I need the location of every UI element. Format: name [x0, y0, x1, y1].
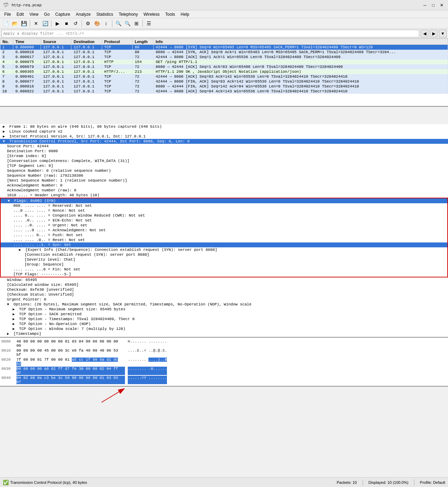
table-row[interactable]: 80.000677127.0.0.1127.0.0.1TCP7242444 → …: [0, 79, 448, 84]
toolbar-colorize[interactable]: 🎨: [93, 19, 101, 28]
tree-tcp-options[interactable]: ▼ Options: (20 bytes), Maximum segment s…: [0, 302, 448, 307]
table-row[interactable]: 30.000017127.0.0.1127.0.0.1TCP7242444 → …: [0, 55, 448, 59]
tree-tcp-stream[interactable]: [Stream index: 0]: [0, 154, 448, 158]
menu-telephony[interactable]: Telephony: [116, 10, 141, 18]
expand-linux-icon[interactable]: ▶: [3, 129, 7, 134]
tree-tcp-urgent[interactable]: Urgent Pointer: 0: [0, 297, 448, 302]
expand-ip-icon[interactable]: ▶: [3, 134, 7, 139]
expand-nop-icon[interactable]: ▶: [13, 322, 17, 326]
tree-opt-wscale[interactable]: ▶ TCP Option - Window scale: 7 (multiply…: [0, 326, 448, 331]
tree-tcp-next-seq[interactable]: [Next Sequence Number: 1 (relative seque…: [0, 178, 448, 183]
table-row[interactable]: 50.000079127.0.0.1127.0.0.1TCP728080 → 4…: [0, 64, 448, 69]
tree-flag-push[interactable]: .... .... 0... = Push: Not set: [1, 233, 447, 238]
tree-tcp-calc-window[interactable]: [Calculated window size: 65495]: [0, 282, 448, 287]
menu-edit[interactable]: Edit: [14, 10, 27, 18]
tree-flag-ack[interactable]: .... ...0 .... = Acknowledgment: Not set: [1, 228, 447, 233]
tree-flag-nonce[interactable]: ...0 .... .... = Nonce: Not set: [1, 208, 447, 213]
tree-flag-fin[interactable]: .... .... ...0 = Fin: Not set: [1, 267, 447, 272]
expand-timestamps-icon[interactable]: ▶: [7, 332, 11, 336]
tree-tcp-seg-len[interactable]: [TCP Segment Len: 0]: [0, 163, 448, 168]
menu-file[interactable]: File: [1, 10, 14, 18]
table-row[interactable]: 90.000816127.0.0.1127.0.0.1TCP728080 → 4…: [0, 84, 448, 89]
tree-flag-ecn[interactable]: .... .0.. .... = ECN-Echo: Not set: [1, 218, 447, 223]
tree-ip[interactable]: ▶ Internet Protocol Version 4, Src: 127.…: [0, 134, 448, 139]
minimize-button[interactable]: ─: [421, 2, 428, 9]
tree-flag-cwr[interactable]: .... 0... .... = Congestion Window Reduc…: [1, 213, 447, 218]
tree-flag-reserved[interactable]: 000. .... .... = Reserved: Not set: [1, 203, 447, 208]
menu-capture[interactable]: Capture: [52, 10, 73, 18]
tree-frame[interactable]: ▶ Frame 1: 80 bytes on wire (640 bits), …: [0, 124, 448, 129]
tree-timestamps[interactable]: ▶ [Timestamps]: [0, 331, 448, 336]
tree-opt-nop[interactable]: ▶ TCP Option - No-Operation (NOP): [0, 322, 448, 326]
tree-opt-timestamps[interactable]: ▶ TCP Option - Timestamps: TSval 3284024…: [0, 317, 448, 322]
tree-tcp[interactable]: ▼ Transmission Control Protocol, Src Por…: [0, 139, 448, 144]
tree-expert-severity[interactable]: [Severity level: Chat]: [1, 257, 447, 262]
tree-tcp-src-port[interactable]: Source Port: 42444: [0, 144, 448, 149]
tree-flag-reset[interactable]: .... .... .0.. = Reset: Not set: [1, 238, 447, 242]
toolbar-autoscroll[interactable]: ↕: [102, 19, 110, 28]
tree-linux[interactable]: ▶ Linux cooked capture v2: [0, 129, 448, 134]
toolbar-reload[interactable]: 🔄: [41, 19, 49, 28]
expand-tcp-icon[interactable]: ▼: [3, 140, 7, 143]
toolbar-new-capture[interactable]: 📄: [1, 19, 10, 28]
tree-tcp-hdr-len[interactable]: 1010 .... = Header Length: 40 bytes (10): [0, 193, 448, 198]
filter-input[interactable]: [1, 30, 419, 37]
toolbar-zoom-out[interactable]: 🔍: [123, 19, 132, 28]
table-row[interactable]: 40.000075127.0.0.1127.0.0.1HTTP154GET /p…: [0, 59, 448, 64]
tree-expert-msg[interactable]: [Connection establish request (SYN): ser…: [1, 252, 447, 257]
toolbar-packet-list[interactable]: ☰: [145, 19, 153, 28]
menu-analyze[interactable]: Analyze: [73, 10, 94, 18]
menu-view[interactable]: View: [27, 10, 41, 18]
toolbar-open[interactable]: 📂: [10, 19, 19, 28]
packet-tree[interactable]: ▶ Frame 1: 80 bytes on wire (640 bits), …: [0, 124, 448, 338]
filter-menu-button[interactable]: ▼: [439, 30, 447, 37]
menu-go[interactable]: Go: [41, 10, 52, 18]
tree-flags[interactable]: ▼ Flags: 0x002 (SYN): [1, 198, 447, 203]
expand-options-icon[interactable]: ▼: [7, 303, 11, 306]
expand-expert-icon[interactable]: ▶: [19, 248, 23, 252]
menu-help[interactable]: Help: [178, 10, 192, 18]
table-row[interactable]: 20.000010127.0.0.1127.0.0.1TCP808080 → 4…: [0, 50, 448, 55]
tree-flag-urgent[interactable]: .... ..0. .... = Urgent: Not set: [1, 223, 447, 228]
tree-tcp-conv[interactable]: [Conversation completeness: Complete, WI…: [0, 158, 448, 163]
toolbar-zoom-in[interactable]: 🔍: [114, 19, 122, 28]
toolbar-zoom-reset[interactable]: ⊞: [132, 19, 141, 28]
close-button[interactable]: ✕: [438, 2, 445, 9]
toolbar-save[interactable]: 💾: [20, 19, 28, 28]
expand-flags-icon[interactable]: ▼: [8, 199, 12, 203]
filter-prev-button[interactable]: ◀: [421, 30, 428, 37]
toolbar-restart[interactable]: ↺: [71, 19, 80, 28]
tree-tcp-ack-raw[interactable]: Acknowledgment number (raw): 0: [0, 188, 448, 193]
tree-tcp-ack[interactable]: Acknowledgment Number: 0: [0, 183, 448, 188]
menu-wireless[interactable]: Wireless: [141, 10, 162, 18]
tree-flag-syn[interactable]: .... .... ..1. = Syn: Set: [1, 242, 447, 247]
table-row[interactable]: 70.000401127.0.0.1127.0.0.1TCP7242444 → …: [0, 74, 448, 79]
toolbar-start[interactable]: ▶: [53, 19, 62, 28]
expand-ts-icon[interactable]: ▶: [13, 317, 17, 321]
filter-next-button[interactable]: ▶: [430, 30, 438, 37]
tree-tcp-seq[interactable]: Sequence Number: 0 (relative sequence nu…: [0, 168, 448, 173]
packet-list[interactable]: No. Time Source Destination Protocol Len…: [0, 38, 448, 107]
menu-statistics[interactable]: Statistics: [93, 10, 116, 18]
expand-wscale-icon[interactable]: ▶: [13, 327, 17, 331]
toolbar-stop[interactable]: ■: [62, 19, 71, 28]
table-row[interactable]: 60.000365127.0.0.1127.0.0.1HTTP/J...213H…: [0, 69, 448, 74]
expand-frame-icon[interactable]: ▶: [3, 125, 7, 129]
tree-expert-info[interactable]: ▶ [Expert Info (Chat/Sequence): Connecti…: [1, 247, 447, 252]
tree-tcp-checksum[interactable]: Checksum: 0xfe30 [unverified]: [0, 287, 448, 292]
tree-tcp-seq-raw[interactable]: Sequence Number (raw): 1792138306: [0, 173, 448, 178]
hex-dump[interactable]: 0000 48 00 00 00 00 00 00 01 03 04 00 06…: [0, 338, 448, 387]
tree-tcp-flags-str[interactable]: [TCP Flags: ··········S·]: [1, 272, 447, 277]
table-row[interactable]: 100.000822127.0.0.1127.0.0.1TCP7242444 →…: [0, 89, 448, 94]
expand-mss-icon[interactable]: ▶: [13, 307, 17, 311]
menu-tools[interactable]: Tools: [162, 10, 178, 18]
tree-tcp-window[interactable]: Window: 65495: [0, 277, 448, 282]
tree-tcp-dst-port[interactable]: Destination Port: 8080: [0, 149, 448, 154]
toolbar-filter-expr[interactable]: ⚙: [84, 19, 92, 28]
tree-opt-sack[interactable]: ▶ TCP Option - SACK permitted: [0, 312, 448, 317]
expand-sack-icon[interactable]: ▶: [13, 312, 17, 316]
maximize-button[interactable]: □: [430, 2, 437, 9]
tree-expert-group[interactable]: [Group: Sequence]: [1, 262, 447, 267]
table-row[interactable]: 10.000000127.0.0.1127.0.0.1TCP8042444 → …: [0, 45, 448, 50]
tree-tcp-checksum-status[interactable]: [Checksum Status: Unverified]: [0, 292, 448, 297]
